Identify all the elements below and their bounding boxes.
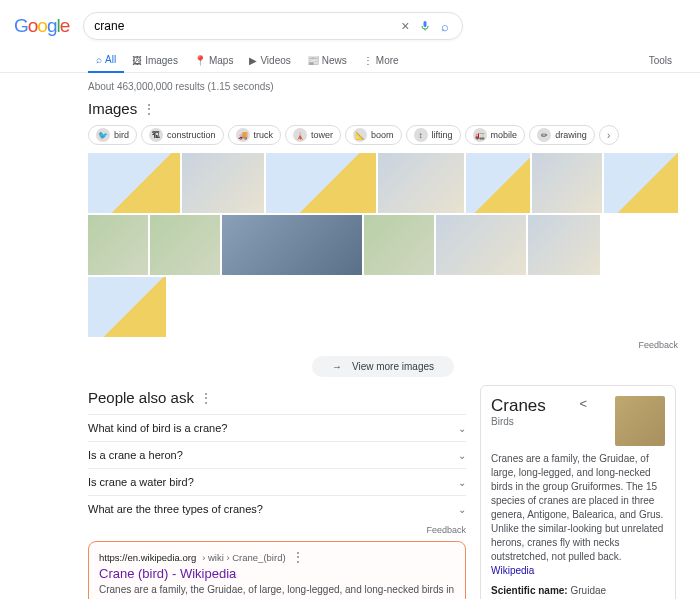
kp-description: Cranes are a family, the Gruidae, of lar… [491,452,665,578]
image-results-grid [88,153,678,337]
news-icon: 📰 [307,55,319,66]
tab-more[interactable]: ⋮More [355,49,407,72]
tab-news[interactable]: 📰News [299,49,355,72]
image-thumb[interactable] [222,215,362,275]
kp-source-link[interactable]: Wikipedia [491,565,534,576]
images-feedback-link[interactable]: Feedback [88,340,678,350]
result-menu-icon[interactable]: ⋮ [292,550,304,564]
kp-image[interactable] [615,396,665,446]
image-thumb[interactable] [266,153,376,213]
chip-boom[interactable]: 📐boom [345,125,402,145]
image-thumb[interactable] [88,215,148,275]
kp-subtitle: Birds [491,416,546,427]
image-thumb[interactable] [182,153,264,213]
highlighted-results: https://en.wikipedia.org › wiki › Crane_… [88,541,466,599]
chip-lifting[interactable]: ↕lifting [406,125,461,145]
knowledge-panel: Cranes Birds < Cranes are a family, the … [480,385,676,599]
result-snippet: Cranes are a family, the Gruidae, of lar… [99,583,455,599]
chip-scroll-right[interactable]: › [599,125,619,145]
search-icon[interactable]: ⌕ [438,19,452,33]
kp-fact: Scientific name: Gruidae [491,584,665,598]
paa-heading: People also ask⋮ [88,389,466,406]
chevron-down-icon: ⌄ [458,504,466,515]
paa-feedback-link[interactable]: Feedback [88,525,466,535]
people-also-ask: What kind of bird is a crane?⌄ Is a cran… [88,414,466,522]
chip-drawing[interactable]: ✏drawing [529,125,595,145]
clear-icon[interactable]: × [398,19,412,33]
image-thumb[interactable] [378,153,464,213]
maps-icon: 📍 [194,55,206,66]
tab-all[interactable]: ⌕All [88,48,124,73]
share-icon[interactable]: < [580,396,588,411]
chip-truck[interactable]: 🚚truck [228,125,282,145]
search-input[interactable] [94,19,392,33]
result-title-link[interactable]: Crane (bird) - Wikipedia [99,566,455,581]
more-icon: ⋮ [363,55,373,66]
image-thumb[interactable] [466,153,530,213]
search-tabs: ⌕All 🖼Images 📍Maps ▶Videos 📰News ⋮More T… [0,48,700,73]
image-thumb[interactable] [150,215,220,275]
result-cite: https://en.wikipedia.org › wiki › Crane_… [99,550,455,564]
tab-videos[interactable]: ▶Videos [241,49,298,72]
paa-question[interactable]: Is a crane a heron?⌄ [88,441,466,468]
image-thumb[interactable] [604,153,678,213]
chevron-down-icon: ⌄ [458,423,466,434]
videos-icon: ▶ [249,55,257,66]
chevron-down-icon: ⌄ [458,450,466,461]
image-thumb[interactable] [88,153,180,213]
kp-title: Cranes [491,396,546,416]
search-result: https://en.wikipedia.org › wiki › Crane_… [99,550,455,599]
image-thumb[interactable] [364,215,434,275]
tab-maps[interactable]: 📍Maps [186,49,241,72]
image-thumb[interactable] [436,215,526,275]
image-thumb[interactable] [528,215,600,275]
paa-question[interactable]: What kind of bird is a crane?⌄ [88,414,466,441]
chip-bird[interactable]: 🐦bird [88,125,137,145]
view-more-images-button[interactable]: →View more images [312,356,454,377]
paa-menu-icon[interactable]: ⋮ [200,391,212,405]
images-icon: 🖼 [132,55,142,66]
images-heading: Images ⋮ [88,100,700,117]
images-menu-icon[interactable]: ⋮ [143,102,155,116]
paa-question[interactable]: What are the three types of cranes?⌄ [88,495,466,522]
paa-question[interactable]: Is crane a water bird?⌄ [88,468,466,495]
search-small-icon: ⌕ [96,54,102,65]
arrow-right-icon: → [332,361,342,372]
tab-images[interactable]: 🖼Images [124,49,186,72]
chip-tower[interactable]: 🗼tower [285,125,341,145]
mic-icon[interactable] [418,19,432,33]
tools-button[interactable]: Tools [641,49,680,72]
image-thumb[interactable] [532,153,602,213]
chevron-down-icon: ⌄ [458,477,466,488]
chip-mobile[interactable]: 🚛mobile [465,125,526,145]
image-chip-row: 🐦bird 🏗construction 🚚truck 🗼tower 📐boom … [88,125,700,145]
image-thumb[interactable] [88,277,166,337]
google-logo[interactable]: Google [14,15,69,37]
result-stats: About 463,000,000 results (1.15 seconds) [88,81,700,92]
search-bar[interactable]: × ⌕ [83,12,463,40]
chip-construction[interactable]: 🏗construction [141,125,224,145]
